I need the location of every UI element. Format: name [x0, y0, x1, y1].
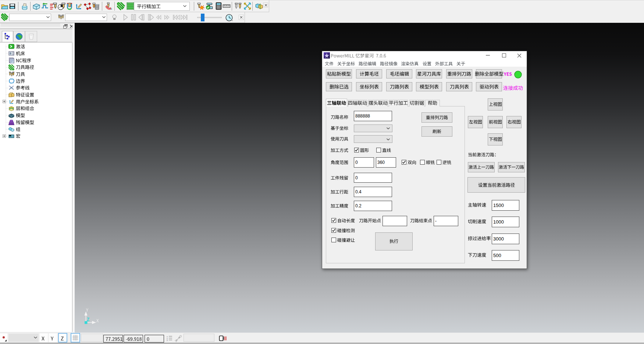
svg-text:z: z: [167, 339, 168, 341]
